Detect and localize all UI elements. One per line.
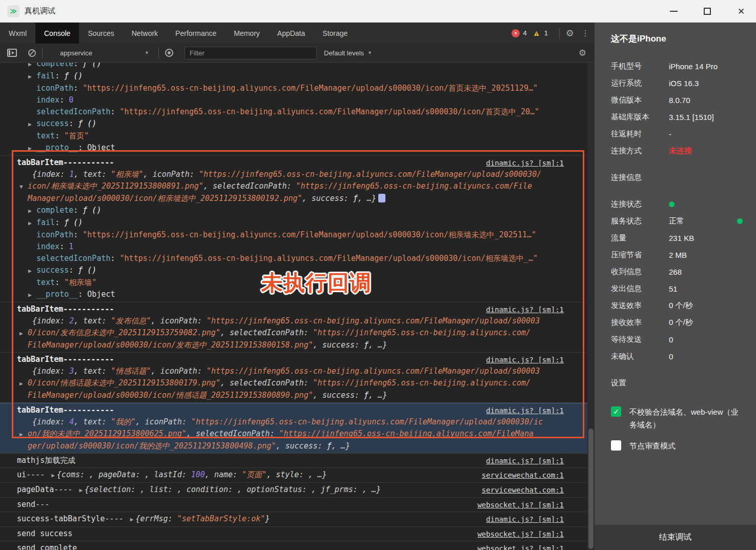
checkbox[interactable]: ✓	[611, 406, 621, 417]
disclosure-icon[interactable]: ▶	[19, 328, 28, 339]
disclosure-icon[interactable]: ▶	[128, 516, 136, 523]
eye-icon[interactable]	[165, 49, 173, 57]
console-text: selectedIconPath	[36, 107, 111, 116]
tab-appdata[interactable]: AppData	[269, 23, 314, 44]
devtools-tab-bar: WxmlConsoleSourcesNetworkPerformanceMemo…	[0, 23, 595, 44]
disclosure-icon[interactable]: ▶	[28, 142, 36, 154]
console-text: selectedIconPath	[230, 378, 304, 388]
context-selector[interactable]: appservice ▼	[59, 49, 152, 57]
disclosure-icon[interactable]: ▶	[28, 289, 36, 301]
console-text: , …}	[358, 194, 376, 203]
source-link[interactable]: servicewechat.com:1	[482, 470, 564, 481]
info-value: 0	[669, 352, 673, 361]
tab-performance[interactable]: Performance	[167, 23, 225, 44]
console-line: ▶fail: ƒ ()	[0, 70, 595, 83]
console-text: : ,	[135, 470, 154, 479]
tab-wxml[interactable]: Wxml	[0, 23, 35, 44]
log-levels-selector[interactable]: Default levels ▼	[324, 49, 372, 57]
tab-storage[interactable]: Storage	[314, 23, 356, 44]
source-link[interactable]: dinamic.js? [sm]:1	[486, 304, 564, 315]
info-value: 3.15.1 [1510]	[669, 113, 714, 121]
clear-console-icon[interactable]	[28, 49, 36, 57]
console-scrollbar[interactable]	[587, 63, 595, 550]
console-text: :	[73, 84, 83, 93]
console-log-entry: tabBarItem-----------{index: 3, text: "情…	[0, 353, 595, 403]
filter-input[interactable]	[185, 47, 317, 59]
disclosure-icon[interactable]: ▶	[19, 429, 28, 440]
connection-info-row: 连接状态	[611, 196, 744, 213]
console-text: 1	[69, 242, 73, 251]
console-text: ,	[74, 417, 83, 426]
device-title: 这不是iPhone	[611, 33, 744, 45]
console-text: : ,	[80, 470, 98, 479]
source-link[interactable]: dinamic.js? [sm]:1	[486, 514, 564, 525]
disclosure-icon[interactable]: ▶	[77, 487, 85, 494]
disclosure-icon[interactable]: ▶	[49, 472, 57, 479]
console-text: : , …}	[299, 470, 326, 479]
console-text: complete	[36, 206, 73, 215]
info-label: 流量	[611, 233, 669, 243]
console-text: fail	[36, 218, 55, 227]
console-text: ƒ ()	[78, 119, 96, 128]
end-debug-button[interactable]: 结束调试	[659, 532, 692, 543]
source-link[interactable]: websocket.js? [sm]:1	[477, 500, 564, 511]
disclosure-icon[interactable]: ▼	[19, 181, 28, 193]
source-link[interactable]: websocket.js? [sm]:1	[477, 529, 564, 540]
console-text: lastId	[154, 470, 182, 479]
console-text: :	[197, 316, 207, 325]
source-link[interactable]: dinamic.js? [sm]:1	[486, 405, 564, 416]
console-text: ƒ ()	[64, 218, 83, 227]
source-link[interactable]: dinamic.js? [sm]:1	[486, 158, 564, 169]
console-text: "https://jinfeng65.oss-cn-beijing.aliyun…	[207, 316, 540, 325]
disclosure-icon[interactable]: ▶	[28, 118, 36, 130]
disclosure-icon[interactable]: ▶	[28, 71, 36, 83]
warning-icon[interactable]: ▲ !	[532, 29, 541, 38]
console-text: 0/icon/发布信息未选中_20251129153759082.png"	[28, 328, 220, 337]
info-value: 8.0.70	[669, 96, 690, 105]
tab-memory[interactable]: Memory	[225, 23, 269, 44]
console-line: {index: 3, text: "情感话题", iconPath: "http…	[0, 365, 595, 377]
console-text: Object	[87, 290, 115, 299]
disclosure-icon[interactable]: ▶	[28, 205, 36, 217]
console-line: FileManager/upload/s000030/icon/发布选中_202…	[0, 339, 595, 351]
error-icon[interactable]: ✕	[512, 29, 520, 37]
source-link[interactable]: dinamic.js? [sm]:1	[486, 355, 564, 365]
divider	[158, 47, 159, 58]
console-text: 0	[69, 95, 73, 105]
console-text: :	[73, 230, 83, 239]
tab-console[interactable]: Console	[35, 23, 79, 44]
console-text: tabBarItem-----------	[17, 355, 114, 364]
checkbox[interactable]	[611, 440, 621, 451]
console-text: ƒ ()	[64, 71, 83, 80]
disclosure-icon[interactable]: ▶	[28, 265, 36, 277]
disclosure-icon[interactable]: ▶	[28, 63, 36, 70]
maximize-button[interactable]	[700, 4, 715, 19]
close-button[interactable]: ✕	[733, 4, 749, 19]
info-label: 往返耗时	[611, 129, 669, 139]
console-text: , …}	[369, 391, 387, 400]
console-text: complete	[36, 63, 73, 68]
tab-network[interactable]: Network	[123, 23, 167, 44]
source-link[interactable]: servicewechat.com:1	[482, 485, 564, 496]
console-text: "https://jinfeng65.oss-cn-beijing.aliyun…	[313, 378, 530, 388]
source-link[interactable]: dinamic.js? [sm]:1	[486, 456, 564, 466]
scrollbar-thumb[interactable]	[588, 429, 594, 549]
info-value: iPhone 14 Pro	[669, 62, 718, 71]
console-text: text	[83, 366, 101, 376]
disclosure-icon[interactable]: ▶	[28, 217, 36, 229]
source-link[interactable]: websocket.js? [sm]:1	[477, 543, 564, 550]
minimize-button[interactable]	[666, 4, 681, 19]
settings-gear-icon[interactable]: ⚙	[566, 28, 574, 39]
disclosure-icon[interactable]: ▶	[19, 378, 28, 390]
console-settings-gear-icon[interactable]: ⚙	[579, 48, 595, 58]
kebab-menu-icon[interactable]: ⋮	[581, 28, 589, 38]
tab-sources[interactable]: Sources	[79, 23, 122, 44]
console-text: coms	[62, 470, 80, 479]
device-info-sidebar: 这不是iPhone 手机型号iPhone 14 Pro运行系统iOS 16.3微…	[595, 23, 756, 550]
dock-side-icon[interactable]	[7, 49, 17, 57]
console-text: tabBarItem-----------	[17, 158, 114, 167]
console-text: text	[83, 417, 101, 426]
console-text: optionStatus	[247, 485, 302, 494]
window-title: 真机调试	[25, 6, 55, 16]
console-text: :	[60, 366, 69, 376]
